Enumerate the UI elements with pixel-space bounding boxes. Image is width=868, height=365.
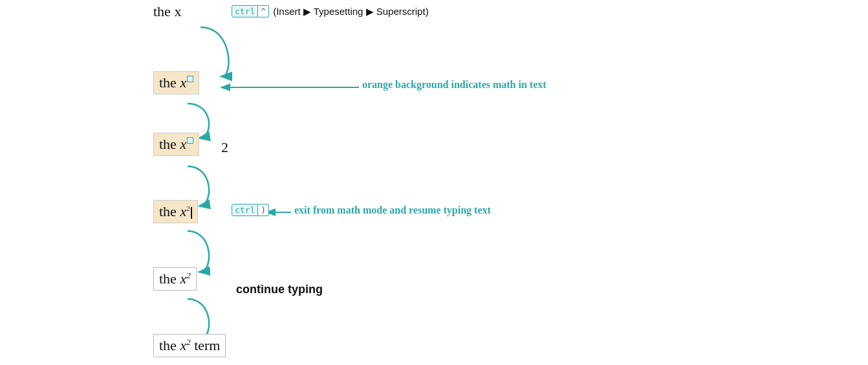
step4-box: the x2 [153,267,197,291]
step1-text: the x [159,74,193,91]
annotation1-text: orange background indicates math in text [362,79,547,90]
main-container: the x ctrl^ (Insert ▶ Typesetting ▶ Supe… [0,0,868,365]
sup-placeholder2 [187,137,193,144]
caret-key-label: ^ [258,5,269,17]
shortcut0-description: (Insert ▶ Typesetting ▶ Superscript) [273,6,428,17]
label-2: 2 [221,139,228,155]
paren-key-label: ) [258,204,269,216]
ctrl-paren-key[interactable]: ctrl) [232,204,269,216]
annotation2-text: exit from math mode and resume typing te… [294,205,491,216]
continue-typing-text: continue typing [236,283,323,296]
sup-placeholder [187,76,193,82]
ctrl-key-label: ctrl [232,5,258,17]
step0-text: the x [153,3,181,20]
step3-text: the x2 [159,203,192,220]
step3-box: the x2 [153,200,198,223]
step4-text: the x2 [159,271,191,287]
arrows-svg [0,0,868,365]
annotation1: orange background indicates math in text [362,79,547,91]
step5-text: the x2 term [159,337,220,354]
step1-box: the x [153,71,199,94]
step2-extra-label: 2 [221,139,228,156]
step5-box: the x2 term [153,334,226,357]
ctrl-key-label2: ctrl [232,204,258,216]
ctrl-caret-key[interactable]: ctrl^ [232,5,269,17]
annotation2: exit from math mode and resume typing te… [294,205,491,216]
cursor [191,207,192,219]
step0-label: the x [153,3,181,19]
continue-typing-label: continue typing [236,283,323,296]
step2-text: the x [159,136,193,153]
step2-box: the x [153,133,199,156]
shortcut0: ctrl^ (Insert ▶ Typesetting ▶ Superscrip… [232,5,429,17]
shortcut1: ctrl) [232,204,269,216]
